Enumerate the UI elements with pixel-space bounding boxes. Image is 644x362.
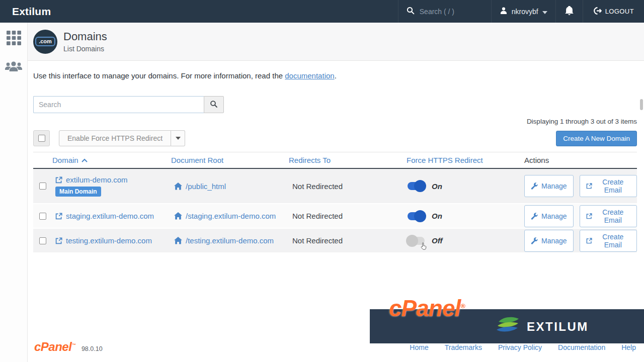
column-header-domain[interactable]: Domain [52, 156, 171, 164]
table-body: extilum-demo.com Main Domain /public_htm… [33, 169, 637, 253]
select-all-checkbox-wrap[interactable] [33, 130, 50, 146]
logout-button[interactable]: LOGOUT [583, 0, 644, 23]
cpanel-version: 98.0.10 [82, 345, 103, 352]
page-title: Domains [63, 30, 107, 43]
extilum-watermark-logo: EXTILUM [496, 316, 589, 338]
redirects-to-value: Not Redirected [292, 236, 343, 245]
manage-button[interactable]: Manage [524, 175, 574, 197]
row-checkbox[interactable] [39, 183, 46, 190]
main-content: Use this interface to manage your domain… [28, 61, 644, 253]
toggle-knob [414, 210, 426, 222]
external-link-icon [586, 183, 592, 190]
manage-label: Manage [541, 182, 567, 190]
scrollbar-thumb[interactable] [640, 99, 643, 110]
column-header-redirects-to[interactable]: Redirects To [289, 156, 407, 164]
search-button[interactable] [204, 96, 224, 113]
domain-link[interactable]: extilum-demo.com [66, 175, 128, 184]
cpanel-logo: cPanel™ [34, 340, 75, 354]
redirects-to-value: Not Redirected [292, 212, 343, 220]
column-header-document-root[interactable]: Document Root [171, 156, 289, 164]
enable-force-https-button[interactable]: Enable Force HTTPS Redirect [59, 130, 171, 146]
search-input[interactable] [33, 96, 204, 113]
redirects-to-value: Not Redirected [292, 182, 343, 191]
table-row: testing.extilum-demo.com /testing.extilu… [33, 229, 637, 253]
extilum-bird-icon [496, 316, 522, 338]
row-checkbox[interactable] [39, 237, 46, 244]
create-new-domain-button[interactable]: Create A New Domain [556, 131, 637, 146]
users-group-icon[interactable] [5, 60, 22, 75]
bulk-dropdown-caret[interactable] [171, 130, 185, 146]
footer-link-help[interactable]: Help [621, 343, 636, 351]
user-menu[interactable]: nkrovybf [491, 0, 555, 23]
search-icon [407, 7, 415, 17]
intro-text: Use this interface to manage your domain… [33, 71, 637, 80]
domain-link[interactable]: staging.extilum-demo.com [66, 212, 154, 220]
wrench-icon [531, 237, 538, 244]
footer-link-privacy-policy[interactable]: Privacy Policy [498, 343, 542, 351]
footer-link-documentation[interactable]: Documentation [558, 343, 605, 351]
left-sidebar [0, 23, 28, 362]
document-root-link[interactable]: /staging.extilum-demo.com [186, 212, 276, 220]
wrench-icon [531, 183, 538, 190]
toggle-state-label: Off [432, 236, 442, 245]
header-label: Domain [52, 156, 78, 164]
toggle-state-label: On [432, 182, 442, 191]
extilum-watermark-text: EXTILUM [527, 320, 589, 334]
search-icon [210, 100, 218, 110]
cpanel-watermark-logo: cPanel® [389, 295, 465, 322]
force-https-toggle[interactable] [408, 237, 425, 245]
bulk-https-split-button: Enable Force HTTPS Redirect [59, 130, 185, 146]
domains-table: Domain Document Root Redirects To Force … [33, 152, 637, 253]
toggle-knob [414, 180, 426, 192]
logout-label: LOGOUT [605, 8, 634, 15]
create-email-label: Create Email [596, 178, 630, 194]
header-label: Document Root [171, 156, 223, 164]
sort-asc-icon [82, 158, 88, 162]
bell-icon [565, 6, 574, 17]
create-email-button[interactable]: Create Email [580, 230, 637, 252]
apps-grid-icon[interactable] [7, 31, 21, 47]
domain-search [33, 96, 637, 113]
header-label: Redirects To [289, 156, 331, 164]
navbar-search-input[interactable] [420, 8, 480, 16]
home-icon [174, 212, 182, 220]
create-email-label: Create Email [596, 208, 630, 224]
force-https-toggle[interactable] [408, 182, 425, 190]
force-https-toggle[interactable] [408, 212, 425, 220]
navbar-search[interactable] [398, 0, 491, 23]
document-root-link[interactable]: /public_html [186, 182, 226, 191]
footer-link-trademarks[interactable]: Trademarks [445, 343, 482, 351]
domain-link[interactable]: testing.extilum-demo.com [66, 236, 152, 245]
cpanel-footer-logo: cPanel™ 98.0.10 [34, 340, 103, 354]
main-domain-badge: Main Domain [55, 187, 101, 197]
home-icon [174, 183, 182, 190]
header-label: Actions [524, 156, 549, 164]
manage-button[interactable]: Manage [524, 230, 574, 252]
row-checkbox[interactable] [39, 213, 46, 220]
footer-link-home[interactable]: Home [410, 343, 428, 351]
document-root-link[interactable]: /testing.extilum-demo.com [186, 236, 274, 245]
brand-logo[interactable]: Extilum [0, 6, 63, 18]
external-link-icon [55, 213, 62, 220]
column-header-actions: Actions [524, 156, 637, 164]
notifications-button[interactable] [555, 0, 583, 23]
mouse-cursor-icon [420, 242, 428, 252]
header-label: Force HTTPS Redirect [407, 156, 483, 164]
create-email-label: Create Email [596, 233, 630, 249]
dotcom-icon: .com [35, 37, 55, 46]
home-icon [174, 237, 182, 244]
documentation-link[interactable]: documentation [285, 71, 334, 80]
manage-button[interactable]: Manage [524, 205, 574, 227]
create-email-button[interactable]: Create Email [580, 205, 637, 227]
external-link-icon [586, 237, 592, 244]
external-link-icon [55, 237, 62, 244]
username: nkrovybf [512, 8, 538, 16]
column-header-force-https[interactable]: Force HTTPS Redirect [407, 156, 524, 164]
user-icon [500, 7, 508, 17]
toggle-state-label: On [432, 212, 442, 220]
table-header-row: Domain Document Root Redirects To Force … [33, 152, 637, 169]
select-all-checkbox[interactable] [38, 135, 45, 142]
toggle-knob [406, 235, 418, 247]
create-email-button[interactable]: Create Email [580, 175, 637, 197]
table-row: staging.extilum-demo.com /staging.extilu… [33, 204, 637, 229]
